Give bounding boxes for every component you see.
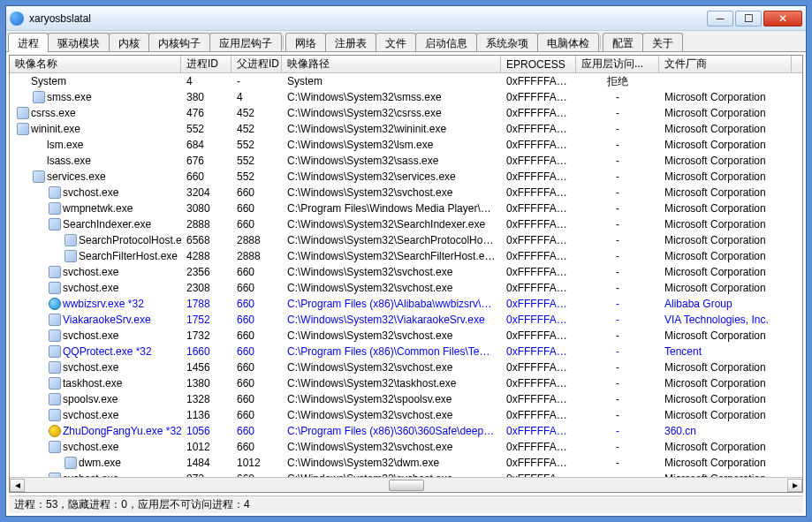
table-row[interactable]: ViakaraokeSrv.exe1752660C:\Windows\Syste… (10, 312, 802, 328)
table-row[interactable]: svchost.exe1456660C:\Windows\System32\sv… (10, 359, 802, 375)
tab-11[interactable]: 配置 (603, 33, 643, 51)
table-row[interactable]: svchost.exe2308660C:\Windows\System32\sv… (10, 280, 802, 296)
col-eprocess[interactable]: EPROCESS (501, 56, 576, 72)
tab-0[interactable]: 进程 (8, 33, 49, 52)
cell-pid: 6568 (181, 233, 231, 247)
titlebar[interactable]: xaryosbslatal ─ ☐ ✕ (6, 6, 806, 31)
content-area: 映像名称 进程ID 父进程ID 映像路径 EPROCESS 应用层访问... 文… (9, 55, 803, 493)
cell-ppid: 552 (231, 170, 282, 184)
table-row[interactable]: lsass.exe676552C:\Windows\System32\sass.… (10, 153, 802, 169)
process-name: wmpnetwk.exe (63, 202, 133, 215)
col-path[interactable]: 映像路径 (282, 56, 501, 72)
tab-separator (600, 35, 601, 49)
cell-access: - (576, 456, 659, 470)
table-row[interactable]: wmpnetwk.exe3080660C:\Program Files\Wind… (10, 200, 802, 216)
process-icon (15, 107, 31, 119)
table-row[interactable]: dwm.exe14841012C:\Windows\System32\dwm.e… (10, 455, 802, 471)
col-pid[interactable]: 进程ID (181, 56, 231, 72)
cell-path: C:\Windows\System32\taskhost.exe (282, 376, 501, 390)
tab-12[interactable]: 关于 (642, 33, 683, 51)
table-row[interactable]: spoolsv.exe1328660C:\Windows\System32\sp… (10, 391, 802, 407)
cell-ppid: 452 (231, 106, 282, 120)
close-icon: ✕ (778, 12, 787, 25)
cell-pid: 684 (181, 138, 231, 152)
cell-access: - (576, 297, 659, 311)
cell-eproc: 0xFFFFFA8... (501, 106, 576, 120)
col-access[interactable]: 应用层访问... (576, 56, 659, 72)
cell-vendor: Tencent (659, 344, 792, 359)
cell-name: SearchFilterHost.exe (10, 249, 181, 263)
table-row[interactable]: svchost.exe1136660C:\Windows\System32\sv… (10, 407, 802, 423)
cell-access: - (576, 185, 659, 200)
table-row[interactable]: lsm.exe684552C:\Windows\System32\lsm.exe… (10, 137, 802, 153)
tab-7[interactable]: 文件 (376, 33, 416, 51)
table-row[interactable]: smss.exe3804C:\Windows\System32\smss.exe… (10, 89, 802, 105)
col-vendor[interactable]: 文件厂商 (659, 56, 792, 72)
scroll-track[interactable] (25, 479, 787, 492)
close-button[interactable]: ✕ (763, 11, 802, 26)
table-row[interactable]: SearchFilterHost.exe42882888C:\Windows\S… (10, 248, 802, 264)
process-name: lsass.exe (47, 155, 91, 167)
tab-2[interactable]: 内核 (109, 33, 149, 51)
tab-bar: 进程驱动模块内核内核钩子应用层钩子网络注册表文件启动信息系统杂项电脑体检配置关于 (6, 31, 806, 52)
cell-vendor: Microsoft Corporation (659, 440, 792, 454)
cell-pid: 1788 (181, 297, 231, 311)
process-icon (47, 314, 63, 326)
process-list[interactable]: System4-System0xFFFFFA8...拒绝smss.exe3804… (10, 73, 802, 477)
tab-10[interactable]: 电脑体检 (537, 33, 599, 51)
table-row[interactable]: svchost.exe972660C:\Windows\System32\svc… (10, 471, 802, 477)
table-row[interactable]: wwbizsrv.exe *321788660C:\Program Files … (10, 296, 802, 312)
tab-5[interactable]: 网络 (285, 33, 326, 51)
tab-1[interactable]: 驱动模块 (48, 33, 110, 51)
cell-pid: 1136 (181, 408, 231, 422)
window-controls: ─ ☐ ✕ (707, 11, 802, 26)
table-row[interactable]: QQProtect.exe *321660660C:\Program Files… (10, 344, 802, 359)
tab-8[interactable]: 启动信息 (415, 33, 477, 51)
table-row[interactable]: csrss.exe476452C:\Windows\System32\csrss… (10, 105, 802, 121)
cell-access: - (576, 392, 659, 406)
cell-vendor: Microsoft Corporation (659, 360, 792, 374)
table-row[interactable]: svchost.exe3204660C:\Windows\System32\sv… (10, 185, 802, 200)
cell-name: wmpnetwk.exe (10, 201, 181, 216)
cell-pid: 476 (181, 106, 231, 120)
tab-6[interactable]: 注册表 (325, 33, 376, 51)
tab-4[interactable]: 应用层钩子 (209, 33, 282, 51)
cell-path: C:\Windows\System32\smss.exe (282, 90, 501, 104)
cell-ppid: 660 (231, 424, 282, 438)
cell-ppid: 552 (231, 138, 282, 152)
col-ppid[interactable]: 父进程ID (231, 56, 282, 72)
scroll-right-icon[interactable]: ▸ (787, 479, 802, 492)
process-name: lsm.exe (47, 139, 83, 151)
col-image-name[interactable]: 映像名称 (10, 56, 181, 72)
scroll-left-icon[interactable]: ◂ (10, 479, 25, 492)
cell-eproc: 0xFFFFFA8... (501, 392, 576, 406)
minimize-button[interactable]: ─ (707, 11, 733, 26)
cell-ppid: 660 (231, 185, 282, 200)
process-name: svchost.exe (63, 441, 118, 453)
table-row[interactable]: SearchProtocolHost.exe65682888C:\Windows… (10, 232, 802, 248)
cell-path: C:\Windows\System32\svchost.exe (282, 329, 501, 343)
table-row[interactable]: taskhost.exe1380660C:\Windows\System32\t… (10, 375, 802, 391)
table-row[interactable]: svchost.exe1012660C:\Windows\System32\sv… (10, 439, 802, 455)
maximize-button[interactable]: ☐ (735, 11, 762, 26)
cell-path: System (282, 74, 501, 88)
table-row[interactable]: services.exe660552C:\Windows\System32\se… (10, 169, 802, 185)
cell-path: C:\Program Files (x86)\Common Files\Tenc… (282, 344, 501, 359)
table-row[interactable]: wininit.exe552452C:\Windows\System32\win… (10, 121, 802, 137)
table-row[interactable]: ZhuDongFangYu.exe *321056660C:\Program F… (10, 423, 802, 439)
table-row[interactable]: SearchIndexer.exe2888660C:\Windows\Syste… (10, 216, 802, 232)
cell-eproc: 0xFFFFFA8... (501, 313, 576, 327)
scroll-thumb[interactable] (389, 480, 424, 491)
cell-vendor: Microsoft Corporation (659, 233, 792, 247)
table-row[interactable]: svchost.exe1732660C:\Windows\System32\sv… (10, 328, 802, 344)
cell-eproc: 0xFFFFFA8... (501, 217, 576, 231)
horizontal-scrollbar[interactable]: ◂ ▸ (10, 477, 802, 492)
main-window: xaryosbslatal ─ ☐ ✕ 进程驱动模块内核内核钩子应用层钩子网络注… (5, 5, 807, 517)
table-row[interactable]: System4-System0xFFFFFA8...拒绝 (10, 73, 802, 89)
cell-path: C:\Windows\System32\lsm.exe (282, 138, 501, 152)
tab-9[interactable]: 系统杂项 (476, 33, 538, 51)
table-row[interactable]: svchost.exe2356660C:\Windows\System32\sv… (10, 264, 802, 280)
cell-access: - (576, 424, 659, 438)
cell-eproc: 0xFFFFFA8... (501, 154, 576, 168)
tab-3[interactable]: 内核钩子 (148, 33, 210, 51)
